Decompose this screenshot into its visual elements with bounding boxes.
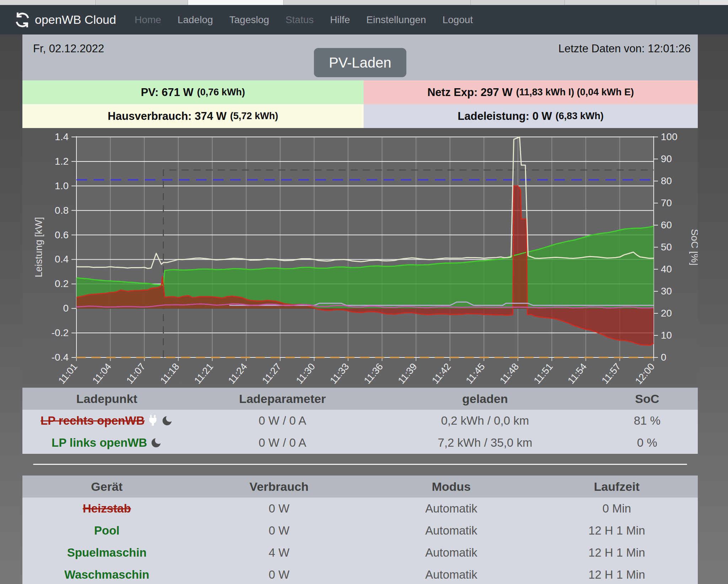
col-modus: Modus: [367, 480, 536, 494]
grid-value: Netz Exp: 297 W: [427, 86, 512, 99]
browser-tab-active[interactable]: [188, 0, 284, 5]
openwb-logo-icon: [14, 12, 31, 28]
last-data-timestamp: Letzte Daten von: 12:01:26: [558, 42, 691, 55]
plug-icon: [148, 415, 158, 427]
svg-text:11:21: 11:21: [192, 361, 215, 384]
svg-text:50: 50: [661, 241, 672, 253]
svg-text:11:33: 11:33: [328, 361, 351, 384]
svg-text:60: 60: [661, 219, 672, 230]
brand[interactable]: openWB Cloud: [14, 12, 116, 28]
moon-icon: [161, 415, 173, 427]
device-runtime: 12 H 1 Min: [536, 546, 698, 559]
browser-tab-strip[interactable]: [0, 0, 728, 5]
svg-text:10: 10: [661, 330, 672, 341]
svg-text:11:07: 11:07: [124, 361, 148, 384]
browser-tab[interactable]: [284, 0, 471, 5]
device-consumption: 0 W: [191, 568, 367, 582]
nav-item-status[interactable]: Status: [285, 14, 314, 26]
svg-text:11:51: 11:51: [532, 361, 555, 384]
nav-item-einstellungen[interactable]: Einstellungen: [366, 14, 426, 26]
svg-text:-0.4: -0.4: [52, 352, 69, 363]
device-name[interactable]: Pool: [22, 524, 191, 537]
devices-table-header: Gerät Verbrauch Modus Laufzeit: [22, 476, 698, 498]
svg-text:0: 0: [63, 303, 69, 314]
svg-text:30: 30: [661, 286, 672, 297]
browser-tab[interactable]: [471, 0, 565, 5]
svg-text:80: 80: [661, 175, 672, 186]
chart-svg: 11:0111:0411:0711:1811:2111:2411:2711:30…: [22, 128, 698, 384]
nav-item-ladelog[interactable]: Ladelog: [177, 14, 213, 26]
device-mode: Automatik: [367, 524, 536, 537]
chargepoint-soc: 0 %: [596, 436, 698, 450]
device-runtime: 12 H 1 Min: [536, 568, 698, 582]
svg-text:90: 90: [661, 153, 672, 164]
charge-mode-button[interactable]: PV-Laden: [314, 48, 406, 77]
svg-text:11:04: 11:04: [90, 361, 113, 384]
col-ladeparameter: Ladeparameter: [191, 392, 374, 406]
svg-text:0.6: 0.6: [55, 229, 69, 240]
svg-text:0: 0: [661, 352, 667, 363]
svg-text:11:36: 11:36: [362, 361, 385, 384]
svg-text:11:57: 11:57: [600, 361, 623, 384]
table-row: Waschmaschin 0 W Automatik 12 H 1 Min: [22, 564, 698, 584]
svg-text:SoC [%]: SoC [%]: [689, 229, 698, 266]
moon-icon: [150, 437, 162, 449]
pv-tile: PV: 671 W (0,76 kWh): [22, 80, 364, 104]
device-consumption: 0 W: [191, 524, 367, 537]
svg-text:0.4: 0.4: [55, 254, 69, 265]
charge-value: Ladeleistung: 0 W: [458, 110, 552, 123]
charge-energy: (6,83 kWh): [556, 111, 604, 122]
nav-item-home[interactable]: Home: [135, 14, 161, 26]
chargepoint-params: 0 W / 0 A: [191, 436, 374, 450]
browser-tab[interactable]: [699, 0, 728, 5]
browser-tab[interactable]: [656, 0, 699, 5]
device-name[interactable]: Spuelmaschin: [22, 546, 191, 559]
table-row: LP rechts openWB 0 W / 0 A 0,2 kWh / 0,0…: [22, 410, 698, 432]
chargepoint-name[interactable]: LP rechts openWB: [22, 414, 191, 428]
svg-text:1.4: 1.4: [55, 131, 69, 142]
devices-table: Gerät Verbrauch Modus Laufzeit Heizstab …: [22, 476, 698, 584]
device-mode: Automatik: [367, 568, 536, 582]
device-mode: Automatik: [367, 546, 536, 559]
nav-item-tageslog[interactable]: Tageslog: [229, 14, 269, 26]
svg-text:40: 40: [661, 264, 672, 275]
section-divider: [33, 464, 687, 465]
pv-energy: (0,76 kWh): [197, 87, 245, 98]
chargepoint-charged: 0,2 kWh / 0,0 km: [374, 414, 596, 428]
device-mode: Automatik: [367, 502, 536, 515]
chargepoint-charged: 7,2 kWh / 35,0 km: [374, 436, 596, 450]
brand-label: openWB Cloud: [35, 13, 116, 27]
device-runtime: 0 Min: [536, 502, 698, 515]
browser-tab[interactable]: [0, 0, 96, 5]
svg-text:0.8: 0.8: [55, 205, 69, 216]
device-consumption: 0 W: [191, 502, 367, 515]
svg-text:11:01: 11:01: [56, 361, 79, 384]
header-bar: Fr, 02.12.2022 PV-Laden Letzte Daten von…: [22, 34, 698, 80]
svg-text:11:48: 11:48: [498, 361, 521, 384]
house-energy: (5,72 kWh): [230, 111, 278, 122]
svg-text:11:42: 11:42: [430, 361, 453, 384]
charging-points-table: Ladepunkt Ladeparameter geladen SoC LP r…: [22, 388, 698, 454]
col-soc: SoC: [596, 392, 698, 406]
col-geraet: Gerät: [22, 480, 191, 494]
device-name[interactable]: Waschmaschin: [22, 568, 191, 582]
chargepoint-soc: 81 %: [596, 414, 698, 428]
svg-text:Leistung [kW]: Leistung [kW]: [33, 217, 44, 277]
svg-text:11:24: 11:24: [226, 361, 249, 384]
chargepoint-name[interactable]: LP links openWB: [22, 436, 191, 450]
browser-tab[interactable]: [96, 0, 188, 5]
nav-item-hilfe[interactable]: Hilfe: [330, 14, 350, 26]
svg-text:70: 70: [661, 197, 672, 208]
pv-value: PV: 671 W: [141, 86, 193, 99]
nav-item-logout[interactable]: Logout: [443, 14, 473, 26]
device-name[interactable]: Heizstab: [22, 502, 191, 515]
svg-text:11:54: 11:54: [566, 361, 589, 384]
col-ladepunkt: Ladepunkt: [22, 392, 191, 406]
table-row: LP links openWB 0 W / 0 A 7,2 kWh / 35,0…: [22, 432, 698, 454]
svg-text:11:27: 11:27: [260, 361, 283, 384]
house-value: Hausverbrauch: 374 W: [108, 110, 226, 123]
browser-tab[interactable]: [565, 0, 656, 5]
svg-text:11:45: 11:45: [464, 361, 487, 384]
status-tiles: PV: 671 W (0,76 kWh) Netz Exp: 297 W (11…: [22, 80, 698, 128]
device-runtime: 12 H 1 Min: [536, 524, 698, 537]
